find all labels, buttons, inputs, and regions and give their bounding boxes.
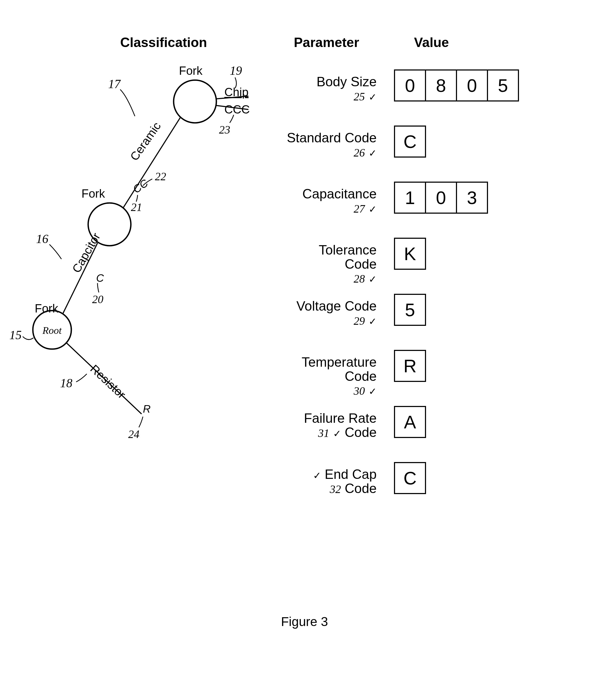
value-temperature-code: R xyxy=(394,350,518,382)
param-ref: 25 xyxy=(354,90,365,103)
value-box: 0 xyxy=(425,181,457,214)
header-classification: Classification xyxy=(120,35,207,50)
value-failure-rate-code: A xyxy=(394,406,518,438)
param-label-2: Code xyxy=(345,369,377,384)
param-capacitance: Capacitance 27 ✓ xyxy=(248,187,377,214)
param-ref: 32 xyxy=(330,483,341,495)
param-label: Tolerance xyxy=(319,243,377,258)
value-box: 5 xyxy=(394,294,426,326)
ref-17: 17 xyxy=(108,77,121,91)
value-box: 5 xyxy=(487,69,519,102)
node-ceramic xyxy=(174,80,216,123)
leader-15 xyxy=(23,336,33,339)
param-label: Body Size xyxy=(316,74,377,89)
code-capacitor: C xyxy=(96,272,104,284)
value-tolerance-code: K xyxy=(394,238,518,270)
tick-icon: ✓ xyxy=(313,470,321,481)
param-failure-rate-code: Failure Rate 31 ✓ Code xyxy=(248,411,377,438)
header-parameter: Parameter xyxy=(294,35,359,50)
code-resistor: R xyxy=(143,403,151,415)
fork-label-n2: Fork xyxy=(82,187,105,200)
figure-caption: Figure 3 xyxy=(0,614,609,629)
tick-icon: ✓ xyxy=(369,274,377,285)
edge-label-capacitor: Capcitor xyxy=(69,230,103,275)
value-box: K xyxy=(394,238,426,270)
value-box: C xyxy=(394,125,426,158)
code-ceramic: CC xyxy=(130,177,150,195)
leader-21 xyxy=(136,195,138,202)
value-box: A xyxy=(394,406,426,438)
value-body-size: 0 8 0 5 xyxy=(394,69,518,102)
tick-icon: ✓ xyxy=(369,386,377,397)
parameter-column: Body Size 25 ✓ Standard Code 26 ✓ Capaci… xyxy=(248,75,377,523)
param-body-size: Body Size 25 ✓ xyxy=(248,75,377,102)
param-ref: 28 xyxy=(354,273,365,285)
ref-18: 18 xyxy=(60,376,72,390)
tick-icon: ✓ xyxy=(369,92,377,103)
ref-16: 16 xyxy=(36,232,48,246)
param-label: Standard Code xyxy=(287,130,377,145)
param-tolerance-code: Tolerance Code 28 ✓ xyxy=(248,243,377,270)
leader-20 xyxy=(98,283,99,293)
ref-21: 21 xyxy=(131,201,142,213)
edge-label-resistor: Resistor xyxy=(88,362,128,401)
param-label: End Cap xyxy=(325,467,377,482)
leader-23 xyxy=(230,115,234,123)
leaf-ccc: CCC xyxy=(224,103,250,116)
root-label: Root xyxy=(42,325,62,336)
param-standard-code: Standard Code 26 ✓ xyxy=(248,131,377,158)
figure-page: Classification Parameter Value Root Fork… xyxy=(0,0,609,700)
tick-icon: ✓ xyxy=(333,428,341,439)
param-label-2: Code xyxy=(345,481,377,496)
header-value: Value xyxy=(414,35,449,50)
ref-22: 22 xyxy=(155,170,166,183)
param-label-2: Code xyxy=(345,425,377,440)
tick-icon: ✓ xyxy=(369,148,377,159)
fork-label-root: Fork xyxy=(35,302,58,315)
classification-tree: Root Fork Fork Fork Capcitor Resistor Ce… xyxy=(3,53,243,481)
param-ref: 30 xyxy=(354,385,365,397)
leader-24 xyxy=(139,417,143,427)
value-box: 0 xyxy=(394,69,426,102)
value-standard-code: C xyxy=(394,125,518,158)
param-label: Voltage Code xyxy=(296,299,377,314)
param-voltage-code: Voltage Code 29 ✓ xyxy=(248,299,377,326)
value-column: 0 8 0 5 C 1 0 3 K 5 R A C xyxy=(394,69,518,518)
value-box: 3 xyxy=(456,181,488,214)
param-ref: 31 xyxy=(318,427,329,439)
fork-label-n3: Fork xyxy=(179,64,203,77)
param-label: Failure Rate xyxy=(304,411,377,426)
value-box: 1 xyxy=(394,181,426,214)
leader-17 xyxy=(120,89,135,116)
value-end-cap-code: C xyxy=(394,462,518,494)
leader-18 xyxy=(76,374,87,382)
leader-16 xyxy=(49,244,62,259)
ref-20: 20 xyxy=(92,293,103,305)
tick-icon: ✓ xyxy=(369,204,377,215)
param-end-cap-code: ✓ End Cap 32 Code xyxy=(248,467,377,494)
leaf-chip: Chip xyxy=(224,86,249,99)
param-ref: 26 xyxy=(354,146,365,159)
ref-23: 23 xyxy=(219,124,230,136)
value-box: 8 xyxy=(425,69,457,102)
param-label: Temperature xyxy=(301,355,377,370)
value-box: 0 xyxy=(456,69,488,102)
param-ref: 27 xyxy=(354,203,365,215)
value-capacitance: 1 0 3 xyxy=(394,181,518,214)
param-label: Capacitance xyxy=(302,187,377,202)
ref-19: 19 xyxy=(230,64,242,77)
value-voltage-code: 5 xyxy=(394,294,518,326)
value-box: C xyxy=(394,462,426,494)
ref-24: 24 xyxy=(128,428,139,440)
param-temperature-code: Temperature Code 30 ✓ xyxy=(248,355,377,382)
param-ref: 29 xyxy=(354,315,365,327)
tick-icon: ✓ xyxy=(369,316,377,327)
value-box: R xyxy=(394,350,426,382)
ref-15: 15 xyxy=(10,328,22,342)
edge-label-ceramic: Ceramic xyxy=(127,120,163,163)
param-label-2: Code xyxy=(345,257,377,272)
